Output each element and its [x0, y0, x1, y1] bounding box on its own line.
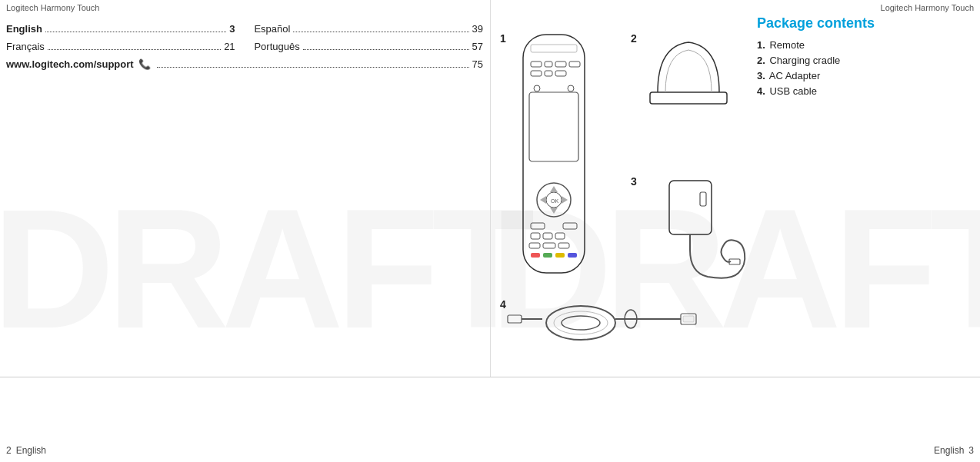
toc-label-portugues: Português: [254, 41, 299, 52]
remote-illustration: OK: [508, 31, 600, 294]
toc-item-francais: Français 21: [6, 41, 235, 52]
package-contents-list: 1. Remote 2. Charging cradle 3. AC Adapt…: [757, 39, 972, 97]
toc-page-espanol: 39: [472, 23, 483, 35]
svg-rect-33: [700, 192, 706, 206]
svg-rect-24: [529, 243, 540, 248]
svg-rect-31: [650, 92, 727, 104]
svg-rect-23: [555, 233, 565, 239]
package-item-4-label: USB cable: [769, 85, 816, 97]
package-item-2: 2. Charging cradle: [757, 55, 972, 66]
toc-dots-url: [157, 67, 469, 68]
svg-rect-6: [569, 61, 580, 67]
package-item-2-num: 2.: [757, 55, 765, 66]
svg-rect-3: [531, 61, 542, 67]
svg-rect-29: [555, 253, 565, 258]
svg-rect-32: [669, 181, 712, 234]
header-left-title: Logitech Harmony Touch: [6, 3, 99, 12]
svg-rect-36: [508, 315, 522, 323]
footer-left-page: 2: [6, 445, 12, 456]
toc-page-francais: 21: [224, 41, 235, 52]
toc-label-espanol: Español: [254, 23, 290, 35]
illustration-num2: 2: [631, 32, 637, 45]
illustration-num1: 1: [500, 32, 506, 45]
toc-panel: English 3 Español 39 Français 21 Portugu…: [6, 23, 483, 70]
toc-row-1: English 3 Español 39: [6, 23, 483, 35]
vertical-divider: [490, 0, 491, 377]
svg-text:OK: OK: [551, 198, 558, 204]
adapter-illustration: [638, 173, 754, 298]
toc-item-espanol: Español 39: [254, 23, 483, 35]
toc-dots-francais: [48, 49, 221, 50]
toc-item-english: English 3: [6, 23, 235, 35]
toc-row-2: Français 21 Português 57: [6, 41, 483, 52]
svg-rect-25: [543, 243, 555, 248]
svg-rect-28: [543, 253, 552, 258]
toc-url-label[interactable]: www.logitech.com/support: [6, 58, 134, 70]
svg-rect-20: [563, 223, 577, 229]
package-item-3: 3. AC Adapter: [757, 70, 972, 81]
svg-marker-16: [550, 208, 558, 214]
toc-url-row: www.logitech.com/support 📞 75: [6, 58, 483, 70]
illustration-num3: 3: [631, 175, 637, 188]
footer-left-lang: English: [16, 445, 46, 456]
svg-rect-19: [531, 223, 545, 229]
footer-right-page: 3: [968, 445, 974, 456]
toc-page-portugues: 57: [472, 41, 483, 52]
svg-rect-1: [531, 45, 577, 52]
svg-marker-17: [540, 196, 546, 204]
package-item-2-label: Charging cradle: [769, 55, 840, 66]
svg-rect-27: [531, 253, 540, 258]
package-contents-panel: Package contents 1. Remote 2. Charging c…: [757, 15, 972, 101]
illustrations-area: 1 2 3 4 OK: [496, 23, 758, 377]
svg-rect-26: [558, 243, 569, 248]
footer-right: English 3: [934, 445, 974, 456]
package-item-1-num: 1.: [757, 39, 765, 51]
usb-cable-illustration: [504, 296, 719, 352]
toc-page-english: 3: [229, 23, 235, 35]
watermark-left: DRAFT: [0, 184, 527, 354]
package-item-1: 1. Remote: [757, 39, 972, 51]
svg-rect-44: [683, 316, 694, 322]
header-right-title: Logitech Harmony Touch: [881, 3, 974, 12]
svg-marker-18: [562, 196, 568, 204]
svg-rect-4: [545, 61, 552, 67]
svg-rect-9: [555, 71, 566, 76]
package-item-3-num: 3.: [757, 70, 765, 81]
svg-rect-2: [529, 92, 578, 161]
toc-item-portugues: Português 57: [254, 41, 483, 52]
footer-left: 2 English: [6, 445, 46, 456]
footer: 2 English English 3: [0, 377, 980, 462]
svg-point-10: [534, 85, 540, 91]
toc-dots-espanol: [293, 32, 468, 32]
package-item-4: 4. USB cable: [757, 85, 972, 97]
svg-point-11: [568, 85, 574, 91]
toc-dots-portugues: [303, 49, 469, 50]
svg-rect-7: [531, 71, 542, 76]
package-contents-title: Package contents: [757, 15, 972, 32]
phone-icon: 📞: [138, 58, 151, 70]
svg-rect-30: [568, 253, 577, 258]
svg-point-40: [562, 316, 600, 330]
svg-marker-15: [550, 186, 558, 192]
svg-rect-8: [545, 71, 552, 76]
toc-label-english: English: [6, 23, 42, 35]
toc-page-url: 75: [472, 58, 483, 70]
cradle-illustration: [638, 31, 738, 156]
toc-label-francais: Français: [6, 41, 45, 52]
svg-rect-5: [555, 61, 566, 67]
svg-rect-22: [543, 233, 552, 239]
footer-right-lang: English: [934, 445, 964, 456]
package-item-4-num: 4.: [757, 85, 765, 97]
svg-rect-21: [531, 233, 540, 239]
toc-dots-english: [45, 32, 226, 32]
package-item-3-label: AC Adapter: [769, 70, 821, 81]
package-item-1-label: Remote: [769, 39, 805, 51]
